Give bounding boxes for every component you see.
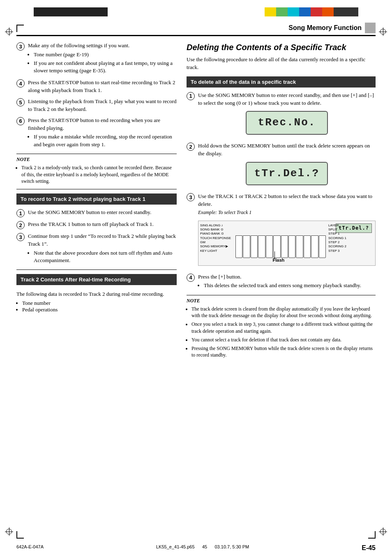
key-w9	[296, 235, 303, 258]
reg-mark-br	[380, 529, 386, 534]
keyboard-left-labels: SING ALONG ♪ SONG BANK ⊙ PIANO BANK ⊙ TO…	[200, 223, 237, 253]
blue-block	[299, 7, 311, 16]
track-contents-header: Track 2 Contents After Real-time Recordi…	[16, 274, 177, 285]
track-contents-box: The following data is recorded to Track …	[16, 291, 177, 313]
note-label-right: NOTE	[187, 298, 376, 304]
step-5-content: Listening to the playback from Track 1, …	[28, 98, 177, 113]
note-list-1: Track 2 is a melody-only track, so chord…	[16, 164, 177, 185]
delete-step-4-bullets: This deletes the selected track and ente…	[198, 282, 376, 289]
key-w3	[251, 235, 258, 258]
header-box-decoration	[365, 23, 376, 33]
footer-right-page: E-45	[362, 544, 376, 552]
section-record-header: To record to Track 2 without playing bac…	[16, 193, 177, 205]
key-w2	[243, 235, 250, 258]
two-column-layout: 3 Make any of the following settings if …	[16, 42, 376, 363]
note-item-right-4: Pressing the SONG MEMORY button while th…	[191, 345, 376, 359]
keyboard-keys-visual	[235, 235, 326, 258]
step-3-text: Make any of the following settings if yo…	[28, 42, 129, 48]
record-step-2-content: Press the TRACK 1 button to turn off pla…	[28, 221, 177, 228]
note-label-1: NOTE	[16, 157, 177, 163]
step-4: 4 Press the START/STOP button to start r…	[16, 79, 177, 94]
label-scoring1: SCORING 1	[328, 236, 374, 240]
record-step-2: 2 Press the TRACK 1 button to turn off p…	[16, 221, 177, 229]
delete-step-3-content: Use the TRACK 1 or TRACK 2 button to sel…	[198, 193, 376, 269]
top-color-bar	[0, 7, 392, 16]
record-step-3-content: Continue from step 1 under “To record to…	[28, 233, 177, 265]
track-contents-list: Tone number Pedal operations	[16, 300, 177, 313]
record-step-3-text: Continue from step 1 under “To record to…	[28, 233, 176, 247]
label-split: SPLIT	[328, 228, 374, 232]
delete-step-2-text: Hold down the SONG MEMORY button until t…	[198, 143, 370, 157]
divider-1	[16, 189, 177, 189]
step-4-text: Press the START/STOP button to start rea…	[28, 79, 175, 93]
step-4-num: 4	[16, 79, 25, 88]
divider-2	[16, 269, 177, 270]
step-6-text: Press the START/STOP button to end recor…	[28, 117, 160, 131]
page-footer: 642A-E-047A LK55_e_41-45.p65 45 03.10.7,…	[16, 544, 376, 552]
record-step-3-bullet-1: Note that the above procedure does not t…	[34, 249, 177, 264]
label-song-bank: SONG BANK ⊙	[200, 228, 237, 232]
key-w4	[258, 235, 265, 258]
lcd-tr-del: tTr.Del.?	[246, 162, 328, 186]
page-content: Song Memory Function 3 Make any of the f…	[16, 23, 376, 537]
delete-step-4-content: Press the [+] button. This deletes the s…	[198, 273, 376, 291]
label-sing-along: SING ALONG ♪	[200, 223, 237, 228]
delete-section-header: To delete all of the data in a specific …	[187, 76, 376, 88]
delete-step-1-text: Use the SONG MEMORY button to enter reco…	[198, 92, 374, 106]
note-section-right: NOTE The track delete screen is cleared …	[187, 295, 376, 359]
step-6-bullets: If you make a mistake while recording, s…	[28, 133, 177, 148]
flash-label: Flash	[273, 257, 285, 264]
reg-mark-tr	[380, 29, 386, 35]
left-black-bar	[34, 7, 108, 16]
key-w12	[319, 235, 326, 258]
footer-center-file: LK55_e_41-45.p65 45 03.10.7, 5:30 PM	[156, 544, 249, 552]
key-w7	[281, 235, 288, 258]
label-step1: STEP 1	[328, 232, 374, 236]
step-3-num: 3	[16, 42, 25, 51]
record-step-2-num: 2	[16, 221, 25, 229]
footer-left-code: 642A-E-047A	[16, 544, 44, 552]
right-column: Deleting the Contents of a Specific Trac…	[187, 42, 376, 363]
key-w10	[304, 235, 311, 258]
step-5-num: 5	[16, 98, 25, 106]
yellow-block	[265, 7, 276, 16]
step-6-content: Press the START/STOP button to end recor…	[28, 117, 177, 150]
delete-step-2-content: Hold down the SONG MEMORY button until t…	[198, 142, 376, 189]
reg-mark-bl	[6, 529, 12, 534]
step-6: 6 Press the START/STOP button to end rec…	[16, 117, 177, 150]
right-section-title: Deleting the Contents of a Specific Trac…	[187, 42, 376, 53]
record-step-3-bullets: Note that the above procedure does not t…	[28, 249, 177, 264]
delete-step-3: 3 Use the TRACK 1 or TRACK 2 button to s…	[187, 193, 376, 269]
record-step-1-text: Use the SONG MEMORY button to enter reco…	[28, 209, 151, 215]
delete-step-1: 1 Use the SONG MEMORY button to enter re…	[187, 92, 376, 139]
record-step-3-num: 3	[16, 233, 25, 241]
label-piano-bank: PIANO BANK ⊙	[200, 232, 237, 236]
delete-step-2-num: 2	[187, 143, 195, 151]
delete-step-3-example: Example: To select Track 1	[198, 209, 376, 216]
step-5: 5 Listening to the playback from Track 1…	[16, 98, 177, 113]
note-item-right-3: You cannot select a track for deletion i…	[191, 336, 376, 343]
track-contents-item-1: Tone number	[22, 300, 177, 306]
delete-step-4-text: Press the [+] button.	[198, 274, 242, 280]
label-key-light: KEY LIGHT	[200, 249, 237, 253]
label-step3: STEP 3	[328, 249, 374, 253]
lcd-rec-no: tRec.No.	[246, 111, 328, 135]
label-scoring2: SCORING 2	[328, 244, 374, 249]
page-header: Song Memory Function	[16, 23, 376, 36]
step-3-content: Make any of the following settings if yo…	[28, 42, 177, 76]
step-3-bullet-2: If you are not confident about playing a…	[34, 60, 177, 74]
label-gm: GM	[200, 240, 237, 244]
delete-step-2: 2 Hold down the SONG MEMORY button until…	[187, 142, 376, 189]
delete-step-4: 4 Press the [+] button. This deletes the…	[187, 273, 376, 291]
red-block	[311, 7, 322, 16]
step-4-content: Press the START/STOP button to start rea…	[28, 79, 177, 94]
record-step-2-text: Press the TRACK 1 button to turn off pla…	[28, 221, 154, 227]
label-layer: LAYER	[328, 223, 374, 228]
green-block	[276, 7, 288, 16]
orange-block	[322, 7, 334, 16]
delete-step-1-content: Use the SONG MEMORY button to enter reco…	[198, 92, 376, 139]
key-w8	[288, 235, 295, 258]
dark-block	[334, 7, 358, 16]
cyan-block	[288, 7, 299, 16]
note-item-right-1: The track delete screen is cleared from …	[191, 306, 376, 320]
